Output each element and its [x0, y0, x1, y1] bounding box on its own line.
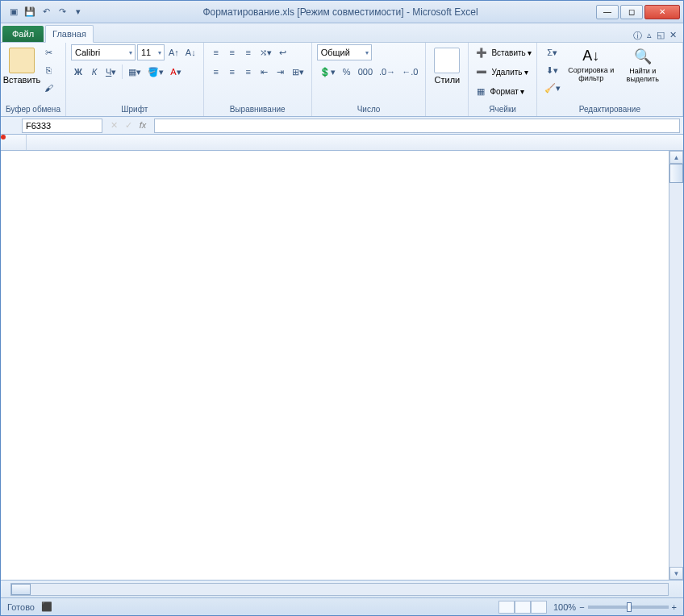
font-color-icon[interactable]: A▾ — [168, 64, 183, 80]
ribbon-tabs: Файл Главная ⓘ ▵ ◱ ✕ — [1, 23, 683, 43]
file-tab[interactable]: Файл — [2, 26, 44, 42]
merge-icon[interactable]: ⊞▾ — [290, 64, 307, 80]
decrease-font-icon[interactable]: A↓ — [183, 44, 198, 60]
format-label[interactable]: Формат — [490, 87, 519, 96]
sort-label: Сортировка и фильтр — [566, 66, 616, 82]
normal-view-icon[interactable] — [498, 601, 515, 614]
ribbon-tab-главная[interactable]: Главная — [45, 25, 94, 43]
close-doc-icon[interactable]: ✕ — [669, 30, 677, 42]
italic-icon[interactable]: К — [87, 64, 102, 80]
number-label: Число — [317, 103, 421, 116]
group-cells: ➕Вставить▾ ➖Удалить▾ ▦Формат▾ Ячейки — [469, 43, 536, 116]
window-buttons: — ◻ ✕ — [596, 5, 680, 19]
align-middle-icon[interactable]: ≡ — [225, 44, 240, 60]
align-right-icon[interactable]: ≡ — [241, 64, 256, 80]
select-all-corner[interactable] — [1, 135, 27, 150]
scroll-thumb[interactable] — [669, 164, 683, 183]
find-select-button[interactable]: 🔍 Найти и выделить — [619, 44, 666, 83]
paste-label: Вставить — [3, 75, 41, 85]
page-layout-view-icon[interactable] — [515, 601, 531, 614]
restore-doc-icon[interactable]: ◱ — [657, 30, 665, 42]
delete-label[interactable]: Удалить — [491, 68, 522, 77]
currency-icon[interactable]: 💲▾ — [317, 64, 338, 80]
format-cells-icon[interactable]: ▦ — [473, 83, 488, 99]
column-headers — [1, 135, 683, 151]
autosum-icon[interactable]: Σ▾ — [542, 44, 563, 60]
percent-icon[interactable]: % — [340, 64, 354, 80]
minimize-button[interactable]: — — [596, 5, 619, 19]
close-button[interactable]: ✕ — [644, 5, 680, 19]
scroll-down-icon[interactable]: ▼ — [669, 567, 683, 580]
align-left-icon[interactable]: ≡ — [209, 64, 223, 80]
page-break-view-icon[interactable] — [531, 601, 547, 614]
name-box[interactable]: F6333 — [22, 119, 102, 133]
excel-icon: ▣ — [7, 6, 20, 19]
undo-icon[interactable]: ↶ — [40, 6, 52, 19]
fx-icon[interactable]: fx — [136, 120, 149, 131]
sort-filter-button[interactable]: A↓ Сортировка и фильтр — [566, 44, 616, 82]
cancel-formula-icon[interactable]: ✕ — [107, 120, 120, 131]
status-ready: Готово — [7, 602, 35, 612]
sheet-tab-bar — [1, 580, 683, 597]
comma-icon[interactable]: 000 — [356, 64, 375, 80]
vertical-scrollbar[interactable]: ▲ ▼ — [669, 151, 683, 580]
zoom-out-icon[interactable]: − — [579, 602, 584, 612]
macro-record-icon[interactable]: ⬛ — [41, 601, 52, 612]
help-icon[interactable]: ⓘ — [633, 30, 642, 42]
find-label: Найти и выделить — [619, 67, 666, 83]
zoom-level[interactable]: 100% — [553, 602, 576, 612]
styles-button[interactable]: Стили — [431, 44, 463, 85]
decrease-decimal-icon[interactable]: ←.0 — [399, 64, 420, 80]
scroll-up-icon[interactable]: ▲ — [669, 151, 683, 164]
increase-indent-icon[interactable]: ⇥ — [273, 64, 288, 80]
maximize-button[interactable]: ◻ — [620, 5, 643, 19]
minimize-ribbon-icon[interactable]: ▵ — [647, 30, 652, 42]
font-name-combo[interactable]: Calibri — [71, 44, 136, 60]
bold-icon[interactable]: Ж — [71, 64, 86, 80]
increase-decimal-icon[interactable]: .0→ — [377, 64, 398, 80]
align-top-icon[interactable]: ≡ — [209, 44, 223, 60]
styles-group-label — [431, 103, 463, 116]
fill-color-icon[interactable]: 🪣▾ — [145, 64, 166, 80]
increase-font-icon[interactable]: A↑ — [166, 44, 181, 60]
cut-icon[interactable]: ✂ — [41, 44, 56, 60]
border-icon[interactable]: ▦▾ — [126, 64, 144, 80]
horizontal-scrollbar[interactable] — [10, 583, 669, 596]
align-center-icon[interactable]: ≡ — [225, 64, 240, 80]
zoom-in-icon[interactable]: + — [672, 602, 677, 612]
save-icon[interactable]: 💾 — [23, 6, 36, 19]
number-format-combo[interactable]: Общий — [317, 44, 372, 60]
app-window: ▣ 💾 ↶ ↷ ▾ Форматирование.xls [Режим совм… — [0, 0, 684, 616]
spreadsheet-grid: ▲ ▼ — [1, 135, 683, 580]
formula-input[interactable] — [154, 119, 680, 133]
clipboard-label: Буфер обмена — [6, 103, 60, 116]
group-font: Calibri 11 A↑ A↓ Ж К Ч▾ ▦▾ 🪣▾ A▾ Шрифт — [66, 43, 204, 116]
zoom-slider[interactable] — [588, 606, 669, 609]
delete-cells-icon[interactable]: ➖ — [473, 64, 490, 80]
fill-icon[interactable]: ⬇▾ — [542, 62, 563, 78]
orientation-icon[interactable]: ⤭▾ — [257, 44, 274, 60]
group-alignment: ≡ ≡ ≡ ⤭▾ ↩ ≡ ≡ ≡ ⇤ ⇥ ⊞▾ Выравнивание — [204, 43, 312, 116]
align-bottom-icon[interactable]: ≡ — [241, 44, 256, 60]
format-painter-icon[interactable]: 🖌 — [41, 80, 56, 96]
styles-icon — [434, 48, 460, 73]
redo-icon[interactable]: ↷ — [56, 6, 69, 19]
underline-icon[interactable]: Ч▾ — [103, 64, 119, 80]
accept-formula-icon[interactable]: ✓ — [122, 120, 135, 131]
paste-icon — [9, 48, 35, 73]
insert-cells-icon[interactable]: ➕ — [473, 44, 490, 60]
font-size-combo[interactable]: 11 — [137, 44, 165, 60]
paste-button[interactable]: Вставить — [6, 44, 38, 85]
align-label: Выравнивание — [209, 103, 307, 116]
group-editing: Σ▾ ⬇▾ 🧹▾ A↓ Сортировка и фильтр 🔍 Найти … — [537, 43, 683, 116]
data-rows — [1, 151, 683, 580]
hscroll-thumb[interactable] — [11, 584, 31, 595]
decrease-indent-icon[interactable]: ⇤ — [257, 64, 272, 80]
wrap-text-icon[interactable]: ↩ — [276, 44, 290, 60]
clear-icon[interactable]: 🧹▾ — [542, 80, 563, 96]
copy-icon[interactable]: ⎘ — [41, 62, 56, 78]
formula-bar: F6333 ✕ ✓ fx — [1, 117, 683, 135]
insert-label[interactable]: Вставить — [491, 48, 525, 57]
quick-access-toolbar: ▣ 💾 ↶ ↷ ▾ — [7, 6, 85, 19]
qat-dropdown-icon[interactable]: ▾ — [72, 6, 85, 19]
